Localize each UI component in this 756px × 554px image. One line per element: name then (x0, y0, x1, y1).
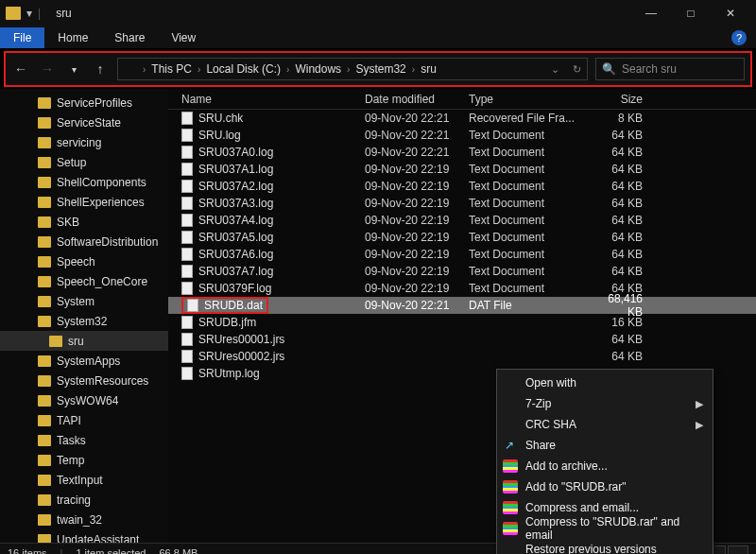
folder-icon (6, 7, 21, 20)
column-name[interactable]: Name (181, 93, 365, 106)
column-date[interactable]: Date modified (365, 93, 469, 106)
folder-icon (38, 97, 51, 109)
tree-item[interactable]: ServiceState (0, 113, 168, 132)
search-placeholder: Search sru (622, 62, 677, 76)
file-type: Text Document (469, 129, 590, 142)
forward-button[interactable]: → (38, 61, 57, 77)
tree-item[interactable]: servicing (0, 132, 168, 152)
cm-restore-versions[interactable]: Restore previous versions (497, 539, 713, 554)
cm-share[interactable]: Share (497, 435, 713, 456)
qat-item[interactable]: ▾ (26, 7, 32, 20)
help-icon[interactable]: ? (731, 30, 747, 45)
file-row[interactable]: SRU0379F.log09-Nov-20 22:19Text Document… (168, 280, 756, 297)
file-row[interactable]: SRU037A3.log09-Nov-20 22:19Text Document… (168, 195, 756, 212)
tab-home[interactable]: Home (44, 27, 101, 48)
file-row[interactable]: SRUDB.dat09-Nov-20 22:21DAT File68,416 K… (168, 297, 756, 314)
file-row[interactable]: SRU037A4.log09-Nov-20 22:19Text Document… (168, 212, 756, 229)
file-name: SRU037A1.log (198, 163, 273, 176)
tree-item[interactable]: SKB (0, 212, 168, 232)
file-row[interactable]: SRU037A2.log09-Nov-20 22:19Text Document… (168, 178, 756, 195)
breadcrumb-item[interactable]: This PC (151, 62, 192, 76)
main-area: ServiceProfilesServiceStateservicingSetu… (0, 89, 756, 543)
file-row[interactable]: SRUres00002.jrs64 KB (168, 348, 756, 365)
tree-item[interactable]: System32 (0, 311, 168, 331)
file-row[interactable]: SRU.log09-Nov-20 22:21Text Document64 KB (168, 127, 756, 144)
tree-item[interactable]: sru (0, 331, 168, 351)
tree-item[interactable]: SystemResources (0, 371, 168, 390)
thumbnails-view-icon[interactable] (728, 545, 748, 555)
tree-item-label: SysWOW64 (57, 394, 118, 407)
file-type: Recovered File Fra... (469, 112, 590, 125)
folder-icon (38, 375, 51, 387)
tree-item[interactable]: ServiceProfiles (0, 93, 168, 113)
folder-icon (38, 316, 51, 327)
cm-add-archive[interactable]: Add to archive... (497, 456, 713, 476)
tree-item[interactable]: SystemApps (0, 351, 168, 371)
breadcrumb-item[interactable]: Local Disk (C:) (206, 62, 281, 76)
cm-compress-rar-email[interactable]: Compress to "SRUDB.rar" and email (497, 518, 713, 539)
tree-item[interactable]: SoftwareDistribution (0, 232, 168, 251)
up-button[interactable]: ↑ (91, 61, 110, 77)
file-row[interactable]: SRU037A5.log09-Nov-20 22:19Text Document… (168, 229, 756, 246)
divider: | (38, 7, 41, 20)
breadcrumb-item[interactable]: sru (421, 62, 437, 76)
file-icon (181, 180, 193, 193)
file-row[interactable]: SRU037A0.log09-Nov-20 22:21Text Document… (168, 144, 756, 161)
breadcrumb-bar[interactable]: › This PC › Local Disk (C:) › Windows › … (117, 58, 588, 80)
tree-item[interactable]: System (0, 291, 168, 311)
back-button[interactable]: ← (11, 61, 30, 77)
tab-view[interactable]: View (158, 27, 209, 48)
file-date: 09-Nov-20 22:21 (365, 112, 469, 125)
status-count: 16 items (8, 547, 47, 555)
close-button[interactable]: ✕ (711, 0, 750, 26)
file-row[interactable]: SRU037A7.log09-Nov-20 22:19Text Document… (168, 263, 756, 280)
tree-item[interactable]: Speech_OneCore (0, 271, 168, 291)
breadcrumb-item[interactable]: System32 (355, 62, 405, 76)
file-row[interactable]: SRU037A1.log09-Nov-20 22:19Text Document… (168, 161, 756, 178)
tab-share[interactable]: Share (101, 27, 158, 48)
tree-item[interactable]: SysWOW64 (0, 390, 168, 410)
minimize-button[interactable]: — (631, 0, 671, 26)
context-menu: Open with 7-Zip▶ CRC SHA▶ Share Add to a… (496, 369, 713, 554)
recent-locations[interactable]: ▾ (64, 64, 83, 75)
file-row[interactable]: SRUDB.jfm16 KB (168, 314, 756, 331)
tree-item-label: ServiceState (57, 116, 121, 130)
tree-item[interactable]: Setup (0, 152, 168, 172)
tab-file[interactable]: File (0, 27, 44, 48)
navigation-pane[interactable]: ServiceProfilesServiceStateservicingSetu… (0, 89, 168, 543)
archive-icon (503, 522, 518, 535)
tree-item[interactable]: TAPI (0, 410, 168, 430)
refresh-icon[interactable]: ↻ (573, 63, 581, 76)
tree-item[interactable]: tracing (0, 490, 168, 510)
file-name: SRU037A0.log (198, 146, 273, 159)
file-row[interactable]: SRUres00001.jrs64 KB (168, 331, 756, 348)
file-list-pane: Name Date modified Type Size SRU.chk09-N… (168, 89, 756, 543)
column-headers[interactable]: Name Date modified Type Size (168, 89, 756, 110)
dropdown-icon[interactable]: ⌄ (551, 63, 559, 76)
column-size[interactable]: Size (590, 93, 665, 106)
cm-crc-sha[interactable]: CRC SHA▶ (497, 414, 713, 435)
tree-item[interactable]: Tasks (0, 430, 168, 450)
tree-item[interactable]: TextInput (0, 470, 168, 490)
tree-item-label: SystemApps (57, 355, 120, 368)
tree-item[interactable]: Speech (0, 251, 168, 271)
file-name: SRU037A7.log (198, 265, 273, 278)
cm-7zip[interactable]: 7-Zip▶ (497, 393, 713, 414)
file-row[interactable]: SRU037A6.log09-Nov-20 22:19Text Document… (168, 246, 756, 263)
search-input[interactable]: 🔍 Search sru (595, 58, 745, 80)
file-size: 64 KB (590, 163, 665, 176)
tree-item[interactable]: ShellExperiences (0, 192, 168, 212)
tree-item[interactable]: twain_32 (0, 510, 168, 529)
tree-item[interactable]: UpdateAssistant (0, 529, 168, 543)
tree-item-label: Tasks (57, 434, 86, 447)
tree-item[interactable]: ShellComponents (0, 172, 168, 192)
file-size: 64 KB (590, 248, 665, 261)
cm-add-rar[interactable]: Add to "SRUDB.rar" (497, 476, 713, 497)
breadcrumb-item[interactable]: Windows (295, 62, 341, 76)
column-type[interactable]: Type (469, 93, 590, 106)
cm-open-with[interactable]: Open with (497, 372, 713, 393)
maximize-button[interactable]: □ (671, 0, 711, 26)
tree-item[interactable]: Temp (0, 450, 168, 470)
folder-icon (38, 534, 51, 544)
file-row[interactable]: SRU.chk09-Nov-20 22:21Recovered File Fra… (168, 110, 756, 127)
